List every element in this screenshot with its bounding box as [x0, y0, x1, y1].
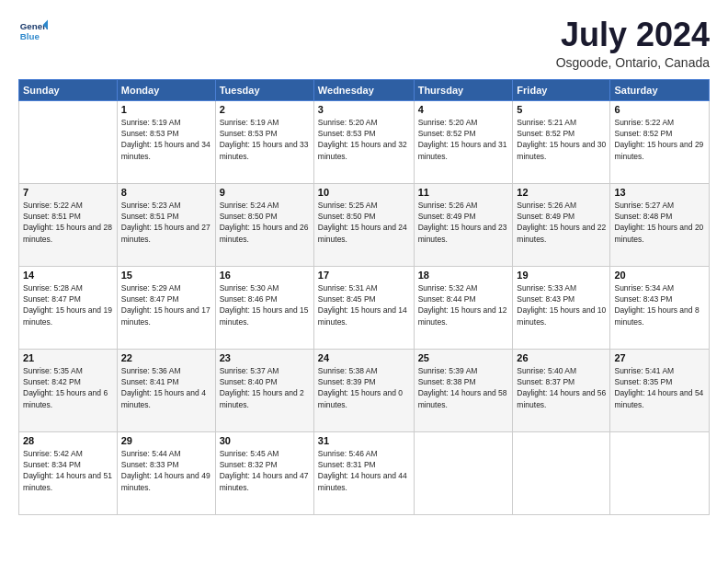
day-number: 6 — [614, 104, 705, 115]
table-row: 29Sunrise: 5:44 AMSunset: 8:33 PMDayligh… — [117, 431, 215, 514]
day-info: Sunrise: 5:33 AMSunset: 8:43 PMDaylight:… — [517, 282, 606, 327]
day-number: 11 — [418, 187, 509, 198]
table-row — [610, 431, 710, 514]
day-number: 27 — [614, 352, 705, 363]
calendar-week-row: 1Sunrise: 5:19 AMSunset: 8:53 PMDaylight… — [19, 100, 710, 183]
day-info: Sunrise: 5:26 AMSunset: 8:49 PMDaylight:… — [517, 200, 606, 245]
day-number: 28 — [23, 435, 113, 446]
calendar-week-row: 7Sunrise: 5:22 AMSunset: 8:51 PMDaylight… — [19, 183, 710, 266]
day-info: Sunrise: 5:41 AMSunset: 8:35 PMDaylight:… — [614, 365, 705, 410]
day-info: Sunrise: 5:25 AMSunset: 8:50 PMDaylight:… — [318, 200, 410, 245]
day-number: 20 — [614, 270, 705, 281]
day-info: Sunrise: 5:26 AMSunset: 8:49 PMDaylight:… — [418, 200, 509, 245]
day-info: Sunrise: 5:34 AMSunset: 8:43 PMDaylight:… — [614, 282, 705, 327]
calendar-week-row: 14Sunrise: 5:28 AMSunset: 8:47 PMDayligh… — [19, 266, 710, 349]
svg-text:General: General — [20, 21, 48, 31]
header-row: Sunday Monday Tuesday Wednesday Thursday… — [19, 79, 710, 100]
table-row: 28Sunrise: 5:42 AMSunset: 8:34 PMDayligh… — [19, 431, 118, 514]
day-info: Sunrise: 5:30 AMSunset: 8:46 PMDaylight:… — [220, 282, 310, 327]
day-number: 26 — [517, 352, 606, 363]
day-number: 21 — [23, 352, 113, 363]
day-info: Sunrise: 5:45 AMSunset: 8:32 PMDaylight:… — [220, 448, 310, 493]
calendar-week-row: 28Sunrise: 5:42 AMSunset: 8:34 PMDayligh… — [19, 431, 710, 514]
table-row: 21Sunrise: 5:35 AMSunset: 8:42 PMDayligh… — [19, 349, 118, 431]
table-row: 18Sunrise: 5:32 AMSunset: 8:44 PMDayligh… — [414, 266, 513, 349]
day-info: Sunrise: 5:23 AMSunset: 8:51 PMDaylight:… — [121, 200, 211, 245]
table-row: 20Sunrise: 5:34 AMSunset: 8:43 PMDayligh… — [610, 266, 710, 349]
col-thursday: Thursday — [414, 79, 513, 100]
table-row: 15Sunrise: 5:29 AMSunset: 8:47 PMDayligh… — [117, 266, 215, 349]
day-info: Sunrise: 5:32 AMSunset: 8:44 PMDaylight:… — [418, 282, 509, 327]
table-row: 5Sunrise: 5:21 AMSunset: 8:52 PMDaylight… — [513, 100, 610, 183]
day-info: Sunrise: 5:20 AMSunset: 8:53 PMDaylight:… — [318, 117, 410, 162]
day-number: 24 — [318, 352, 410, 363]
svg-text:Blue: Blue — [20, 31, 40, 41]
day-info: Sunrise: 5:21 AMSunset: 8:52 PMDaylight:… — [517, 117, 606, 162]
day-number: 16 — [220, 270, 310, 281]
day-number: 30 — [220, 435, 310, 446]
table-row: 26Sunrise: 5:40 AMSunset: 8:37 PMDayligh… — [513, 349, 610, 431]
day-number: 4 — [418, 104, 509, 115]
table-row: 31Sunrise: 5:46 AMSunset: 8:31 PMDayligh… — [313, 431, 414, 514]
day-info: Sunrise: 5:19 AMSunset: 8:53 PMDaylight:… — [121, 117, 211, 162]
col-wednesday: Wednesday — [313, 79, 414, 100]
table-row: 14Sunrise: 5:28 AMSunset: 8:47 PMDayligh… — [19, 266, 118, 349]
day-info: Sunrise: 5:22 AMSunset: 8:52 PMDaylight:… — [614, 117, 705, 162]
table-row: 17Sunrise: 5:31 AMSunset: 8:45 PMDayligh… — [313, 266, 414, 349]
day-number: 23 — [220, 352, 310, 363]
day-number: 12 — [517, 187, 606, 198]
table-row: 25Sunrise: 5:39 AMSunset: 8:38 PMDayligh… — [414, 349, 513, 431]
day-number: 22 — [121, 352, 211, 363]
day-number: 2 — [220, 104, 310, 115]
calendar-week-row: 21Sunrise: 5:35 AMSunset: 8:42 PMDayligh… — [19, 349, 710, 431]
table-row: 27Sunrise: 5:41 AMSunset: 8:35 PMDayligh… — [610, 349, 710, 431]
table-row: 11Sunrise: 5:26 AMSunset: 8:49 PMDayligh… — [414, 183, 513, 266]
day-info: Sunrise: 5:35 AMSunset: 8:42 PMDaylight:… — [23, 365, 113, 410]
day-number: 5 — [517, 104, 606, 115]
day-info: Sunrise: 5:36 AMSunset: 8:41 PMDaylight:… — [121, 365, 211, 410]
day-info: Sunrise: 5:20 AMSunset: 8:52 PMDaylight:… — [418, 117, 509, 162]
table-row — [19, 100, 118, 183]
day-number: 17 — [318, 270, 410, 281]
table-row: 4Sunrise: 5:20 AMSunset: 8:52 PMDaylight… — [414, 100, 513, 183]
day-info: Sunrise: 5:39 AMSunset: 8:38 PMDaylight:… — [418, 365, 509, 410]
table-row: 30Sunrise: 5:45 AMSunset: 8:32 PMDayligh… — [215, 431, 313, 514]
day-info: Sunrise: 5:38 AMSunset: 8:39 PMDaylight:… — [318, 365, 410, 410]
day-number: 3 — [318, 104, 410, 115]
day-info: Sunrise: 5:31 AMSunset: 8:45 PMDaylight:… — [318, 282, 410, 327]
day-number: 18 — [418, 270, 509, 281]
day-info: Sunrise: 5:27 AMSunset: 8:48 PMDaylight:… — [614, 200, 705, 245]
day-info: Sunrise: 5:37 AMSunset: 8:40 PMDaylight:… — [220, 365, 310, 410]
day-info: Sunrise: 5:44 AMSunset: 8:33 PMDaylight:… — [121, 448, 211, 493]
day-number: 15 — [121, 270, 211, 281]
day-info: Sunrise: 5:29 AMSunset: 8:47 PMDaylight:… — [121, 282, 211, 327]
table-row: 6Sunrise: 5:22 AMSunset: 8:52 PMDaylight… — [610, 100, 710, 183]
day-info: Sunrise: 5:28 AMSunset: 8:47 PMDaylight:… — [23, 282, 113, 327]
day-info: Sunrise: 5:19 AMSunset: 8:53 PMDaylight:… — [220, 117, 310, 162]
day-number: 25 — [418, 352, 509, 363]
title-area: July 2024 Osgoode, Ontario, Canada — [556, 17, 710, 70]
day-info: Sunrise: 5:22 AMSunset: 8:51 PMDaylight:… — [23, 200, 113, 245]
day-number: 9 — [220, 187, 310, 198]
table-row: 13Sunrise: 5:27 AMSunset: 8:48 PMDayligh… — [610, 183, 710, 266]
table-row: 7Sunrise: 5:22 AMSunset: 8:51 PMDaylight… — [19, 183, 118, 266]
table-row: 16Sunrise: 5:30 AMSunset: 8:46 PMDayligh… — [215, 266, 313, 349]
col-tuesday: Tuesday — [215, 79, 313, 100]
day-number: 31 — [318, 435, 410, 446]
col-friday: Friday — [513, 79, 610, 100]
col-monday: Monday — [117, 79, 215, 100]
day-info: Sunrise: 5:42 AMSunset: 8:34 PMDaylight:… — [23, 448, 113, 493]
logo: General Blue — [18, 17, 48, 46]
table-row: 2Sunrise: 5:19 AMSunset: 8:53 PMDaylight… — [215, 100, 313, 183]
table-row: 1Sunrise: 5:19 AMSunset: 8:53 PMDaylight… — [117, 100, 215, 183]
day-number: 19 — [517, 270, 606, 281]
day-number: 10 — [318, 187, 410, 198]
day-info: Sunrise: 5:46 AMSunset: 8:31 PMDaylight:… — [318, 448, 410, 493]
table-row: 24Sunrise: 5:38 AMSunset: 8:39 PMDayligh… — [313, 349, 414, 431]
day-number: 29 — [121, 435, 211, 446]
day-number: 14 — [23, 270, 113, 281]
logo-icon: General Blue — [18, 17, 48, 46]
table-row: 19Sunrise: 5:33 AMSunset: 8:43 PMDayligh… — [513, 266, 610, 349]
table-row: 10Sunrise: 5:25 AMSunset: 8:50 PMDayligh… — [313, 183, 414, 266]
table-row — [414, 431, 513, 514]
